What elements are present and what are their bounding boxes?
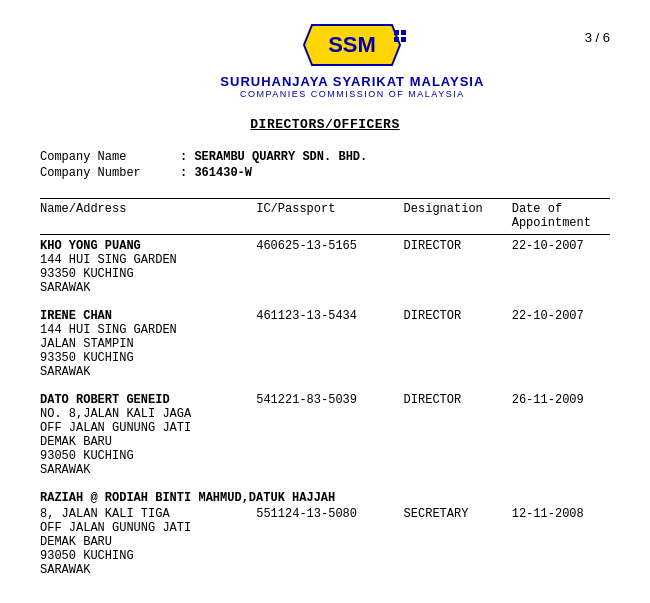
person-name-addr: DATO ROBERT GENEID NO. 8,JALAN KALI JAGA… [40,393,256,477]
person-ic: 460625-13-5165 [256,239,403,253]
company-info: Company Name : SERAMBU QUARRY SDN. BHD. … [40,150,610,180]
svg-rect-4 [401,30,406,35]
address-line: 93050 KUCHING [40,549,256,563]
address-line: SARAWAK [40,365,256,379]
svg-rect-5 [394,37,399,42]
person-name-addr: KHO YONG PUANG 144 HUI SING GARDEN93350 … [40,239,256,295]
page-number: 3 / 6 [585,20,610,45]
person-ic: 541221-83-5039 [256,393,403,407]
persons-list: KHO YONG PUANG 144 HUI SING GARDEN93350 … [40,239,610,577]
company-name-row: Company Name : SERAMBU QUARRY SDN. BHD. [40,150,610,164]
person-name-addr: IRENE CHAN 144 HUI SING GARDENJALAN STAM… [40,309,256,379]
address-line: 144 HUI SING GARDEN [40,323,256,337]
page-header: SSM SURUHANJAYA SYARIKAT MALAYSIA COMPAN… [40,20,610,99]
company-name-value: : SERAMBU QUARRY SDN. BHD. [180,150,367,164]
address-line: 93350 KUCHING [40,351,256,365]
table-row: IRENE CHAN 144 HUI SING GARDENJALAN STAM… [40,309,610,379]
col-header-designation: Designation [404,202,512,231]
address-line: SARAWAK [40,563,256,577]
person-designation: SECRETARY [404,507,512,521]
address-line: OFF JALAN GUNUNG JATI [40,421,256,435]
address-line: 8, JALAN KALI TIGA [40,507,256,521]
table-header: Name/Address IC/Passport Designation Dat… [40,198,610,235]
org-sub: COMPANIES COMMISSION OF MALAYSIA [240,89,465,99]
svg-rect-6 [401,37,406,42]
col-header-name: Name/Address [40,202,256,231]
svg-rect-3 [394,30,399,35]
person-date: 26-11-2009 [512,393,610,407]
table-row: RAZIAH @ RODIAH BINTI MAHMUD,DATUK HAJJA… [40,491,610,577]
address-line: JALAN STAMPIN [40,337,256,351]
person-name: DATO ROBERT GENEID [40,393,256,407]
table-row: KHO YONG PUANG 144 HUI SING GARDEN93350 … [40,239,610,295]
person-date: 22-10-2007 [512,239,610,253]
address-line: SARAWAK [40,281,256,295]
svg-text:SSM: SSM [329,32,377,57]
company-number-value: : 361430-W [180,166,252,180]
person-name: KHO YONG PUANG [40,239,256,253]
address-line: DEMAK BARU [40,535,256,549]
person-designation: DIRECTOR [404,393,512,407]
address-line: 93350 KUCHING [40,267,256,281]
person-ic: 461123-13-5434 [256,309,403,323]
company-name-label: Company Name [40,150,180,164]
address-line: SARAWAK [40,463,256,477]
table-row: DATO ROBERT GENEID NO. 8,JALAN KALI JAGA… [40,393,610,477]
page-title: DIRECTORS/OFFICERS [40,117,610,132]
address-line: 93050 KUCHING [40,449,256,463]
address-line: 144 HUI SING GARDEN [40,253,256,267]
col-header-ic: IC/Passport [256,202,403,231]
person-designation: DIRECTOR [404,309,512,323]
col-header-date: Date of Appointment [512,202,610,231]
address-line: NO. 8,JALAN KALI JAGA [40,407,256,421]
address-line: DEMAK BARU [40,435,256,449]
company-number-row: Company Number : 361430-W [40,166,610,180]
address-line: OFF JALAN GUNUNG JATI [40,521,256,535]
company-number-label: Company Number [40,166,180,180]
person-date: 22-10-2007 [512,309,610,323]
person-date: 12-11-2008 [512,507,610,521]
org-branding: SSM SURUHANJAYA SYARIKAT MALAYSIA COMPAN… [220,20,484,99]
person-name: IRENE CHAN [40,309,256,323]
person-name: RAZIAH @ RODIAH BINTI MAHMUD,DATUK HAJJA… [40,491,610,505]
person-ic: 551124-13-5080 [256,507,403,521]
org-name: SURUHANJAYA SYARIKAT MALAYSIA [220,74,484,89]
person-designation: DIRECTOR [404,239,512,253]
ssm-logo: SSM [292,20,412,70]
person-address: 8, JALAN KALI TIGAOFF JALAN GUNUNG JATID… [40,507,256,577]
